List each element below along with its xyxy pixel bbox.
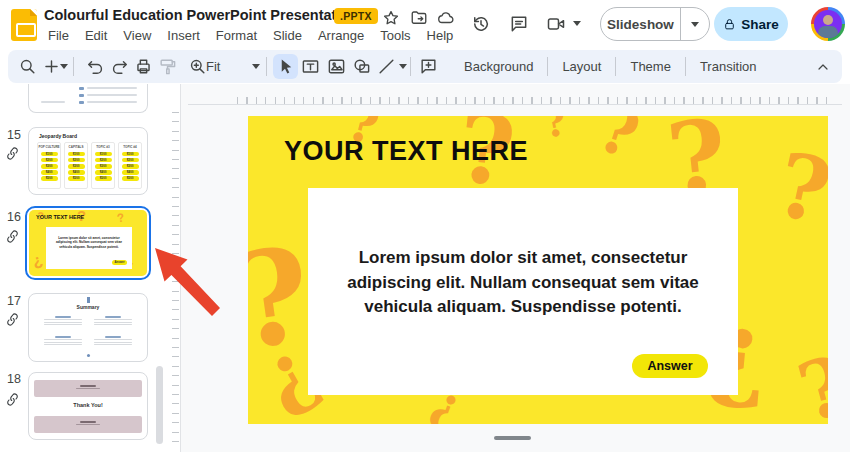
horizontal-ruler xyxy=(188,104,842,105)
question-mark-decoration: ? xyxy=(539,116,570,144)
jeopardy-value-pill: $200 xyxy=(95,158,112,163)
paint-format-icon[interactable] xyxy=(158,57,177,76)
thumb16-title: YOUR TEXT HERE xyxy=(36,214,84,220)
insert-shape-icon[interactable] xyxy=(352,57,371,76)
jeopardy-value-pill: $100 xyxy=(95,152,112,157)
undo-icon[interactable] xyxy=(86,57,105,76)
share-button[interactable]: Share xyxy=(714,7,788,41)
question-mark-decoration: ? xyxy=(790,344,828,424)
link-icon xyxy=(4,391,21,408)
jeopardy-column: TOPIC #4$100$200$300$400$500 xyxy=(118,142,142,189)
slide-editor[interactable]: ??????????? YOUR TEXT HERE Lorem ipsum d… xyxy=(248,116,828,424)
slideshow-split-button[interactable]: Slideshow xyxy=(600,7,710,41)
move-folder-icon[interactable] xyxy=(410,9,428,27)
question-mark-decoration: ? xyxy=(31,253,45,271)
document-title[interactable]: Colourful Education PowerPoint Presentat… xyxy=(44,7,358,23)
thumbnail-slide-14[interactable] xyxy=(28,84,148,113)
thumb17-title: Summary xyxy=(29,304,147,310)
jeopardy-value-pill: $500 xyxy=(68,176,85,181)
menu-bar: FileEditViewInsertFormatSlideArrangeTool… xyxy=(40,26,461,45)
menu-slide[interactable]: Slide xyxy=(265,26,310,45)
jeopardy-value-pill: $100 xyxy=(41,152,58,157)
menu-arrange[interactable]: Arrange xyxy=(310,26,372,45)
jeopardy-value-pill: $300 xyxy=(68,164,85,169)
zoom-select[interactable]: Fit xyxy=(206,59,220,74)
jeopardy-value-pill: $300 xyxy=(122,164,139,169)
toolbar-divider xyxy=(266,57,267,76)
camera-dropdown-caret-icon[interactable] xyxy=(573,21,581,26)
slide-card[interactable]: Lorem ipsum dolor sit amet, consectetur … xyxy=(308,188,738,395)
slide-body-text[interactable]: Lorem ipsum dolor sit amet, consectetur … xyxy=(323,246,723,320)
slide-title[interactable]: YOUR TEXT HERE xyxy=(284,136,528,167)
jeopardy-value-pill: $200 xyxy=(41,158,58,163)
comments-icon[interactable] xyxy=(509,14,529,34)
zoom-in-icon[interactable] xyxy=(188,57,207,76)
speaker-notes-handle[interactable] xyxy=(494,436,531,440)
pptx-badge: .PPTX xyxy=(334,8,378,24)
toolbar-divider xyxy=(73,57,74,76)
redo-icon[interactable] xyxy=(110,57,129,76)
line-caret-icon[interactable] xyxy=(399,64,407,69)
jeopardy-value-pill: $500 xyxy=(95,176,112,181)
jeopardy-value-pill: $100 xyxy=(68,152,85,157)
select-cursor-icon[interactable] xyxy=(277,57,296,76)
thumbnail-slide-15[interactable]: Jeopardy Board POP CULTURE$100$200$300$4… xyxy=(28,127,148,195)
slide-number-17: 17 xyxy=(7,294,21,308)
slideshow-dropdown[interactable] xyxy=(681,22,709,27)
thumbnail-slide-18[interactable]: Thank You! xyxy=(28,372,148,440)
question-mark-decoration: ? xyxy=(591,116,646,168)
thumbnail-slide-17[interactable]: Summary xyxy=(28,293,148,362)
cloud-saved-icon[interactable] xyxy=(437,9,455,27)
insert-image-icon[interactable] xyxy=(327,57,346,76)
slide-number-16: 16 xyxy=(7,210,21,224)
thumb16-body: Lorem ipsum dolor sit amet, consectetur … xyxy=(54,236,124,249)
jeopardy-value-pill: $300 xyxy=(95,164,112,169)
insert-line-icon[interactable] xyxy=(377,57,396,76)
slide-number-15: 15 xyxy=(7,128,21,142)
zoom-caret-icon[interactable] xyxy=(252,64,260,69)
background-button[interactable]: Background xyxy=(450,59,547,74)
jeopardy-value-pill: $100 xyxy=(122,152,139,157)
text-box-icon[interactable] xyxy=(301,57,320,76)
version-history-icon[interactable] xyxy=(471,14,491,34)
jeopardy-value-pill: $500 xyxy=(122,176,139,181)
menu-help[interactable]: Help xyxy=(419,26,462,45)
jeopardy-column: TOPIC #3$100$200$300$400$500 xyxy=(91,142,115,189)
jeopardy-value-pill: $500 xyxy=(41,176,58,181)
slideshow-button[interactable]: Slideshow xyxy=(601,17,680,32)
question-mark-decoration: ? xyxy=(116,211,125,224)
jeopardy-value-pill: $300 xyxy=(41,164,58,169)
horizontal-ruler-ticks xyxy=(237,97,829,104)
jeopardy-value-pill: $200 xyxy=(68,158,85,163)
meet-camera-icon[interactable] xyxy=(546,14,566,34)
menu-format[interactable]: Format xyxy=(208,26,265,45)
menu-file[interactable]: File xyxy=(40,26,77,45)
jeopardy-value-pill: $400 xyxy=(41,170,58,175)
transition-button[interactable]: Transition xyxy=(686,59,771,74)
print-icon[interactable] xyxy=(134,57,153,76)
theme-button[interactable]: Theme xyxy=(616,59,684,74)
jeopardy-value-pill: $200 xyxy=(122,158,139,163)
menu-view[interactable]: View xyxy=(115,26,159,45)
search-menus-icon[interactable] xyxy=(18,57,37,76)
answer-button[interactable]: Answer xyxy=(632,354,708,378)
filmstrip-scrollbar[interactable] xyxy=(156,366,163,444)
jeopardy-value-pill: $400 xyxy=(95,170,112,175)
menu-tools[interactable]: Tools xyxy=(372,26,418,45)
link-icon xyxy=(4,145,21,162)
thumbnail-slide-16-selected[interactable]: ????? YOUR TEXT HERE Lorem ipsum dolor s… xyxy=(25,206,151,280)
google-slides-app: Colourful Education PowerPoint Presentat… xyxy=(0,0,850,452)
collapse-toolbar-icon[interactable] xyxy=(815,59,831,75)
layout-button[interactable]: Layout xyxy=(548,59,615,74)
slide-number-18: 18 xyxy=(7,372,21,386)
lock-icon xyxy=(723,18,736,31)
star-icon[interactable] xyxy=(382,9,400,27)
account-avatar[interactable] xyxy=(811,7,845,41)
insert-comment-icon[interactable] xyxy=(419,57,438,76)
slides-logo-icon[interactable] xyxy=(11,9,37,41)
jeopardy-column: POP CULTURE$100$200$300$400$500 xyxy=(37,142,61,189)
new-slide-icon[interactable] xyxy=(42,57,61,76)
menu-insert[interactable]: Insert xyxy=(159,26,208,45)
menu-edit[interactable]: Edit xyxy=(77,26,115,45)
new-slide-caret-icon[interactable] xyxy=(60,64,68,69)
